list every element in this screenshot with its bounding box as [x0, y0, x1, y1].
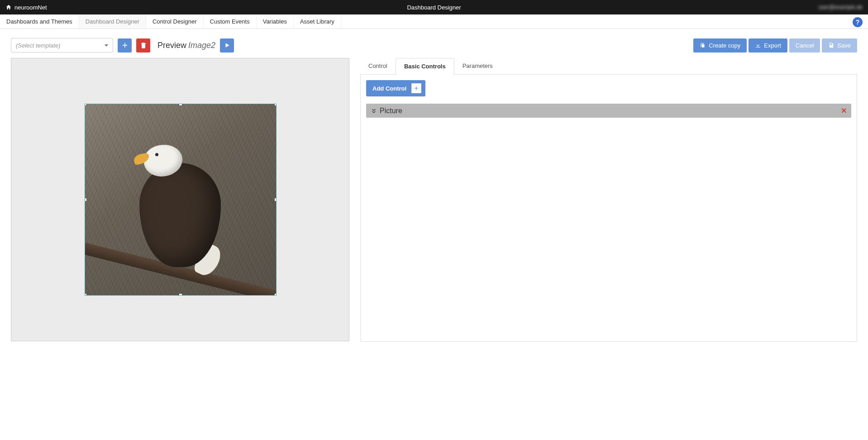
- design-canvas[interactable]: [11, 58, 349, 341]
- cancel-button[interactable]: Cancel: [789, 38, 820, 53]
- navtab-asset-library[interactable]: Asset Library: [294, 14, 341, 29]
- plus-icon: [411, 83, 422, 94]
- workspace: Control Basic Controls Parameters Add Co…: [0, 58, 868, 349]
- expand-icon[interactable]: [371, 108, 377, 114]
- resize-handle-sw[interactable]: [85, 293, 87, 296]
- resize-handle-nw[interactable]: [85, 104, 87, 106]
- download-icon: [755, 42, 761, 48]
- navtab-control-designer[interactable]: Control Designer: [146, 14, 204, 29]
- resize-handle-n[interactable]: [179, 104, 182, 106]
- page-title: Dashboard Designer: [407, 4, 461, 11]
- user-info[interactable]: user@example.de: [818, 4, 863, 10]
- save-button[interactable]: Save: [822, 38, 857, 53]
- copy-icon: [700, 42, 706, 48]
- toolbar: (Select template) Preview Image2 Create …: [0, 29, 868, 58]
- inspector-tabs: Control Basic Controls Parameters: [360, 58, 857, 75]
- nav-tabs: Dashboards and Themes Dashboard Designer…: [0, 14, 868, 29]
- play-preview-button[interactable]: [220, 38, 234, 53]
- export-button[interactable]: Export: [749, 38, 787, 53]
- remove-control-button[interactable]: ✕: [841, 106, 847, 115]
- control-row-label: Picture: [380, 107, 402, 115]
- inspector-tab-control[interactable]: Control: [360, 58, 396, 74]
- navtab-custom-events[interactable]: Custom Events: [204, 14, 257, 29]
- template-select-placeholder: (Select template): [16, 42, 60, 49]
- create-copy-button[interactable]: Create copy: [693, 38, 747, 53]
- image-eagle-eye: [155, 153, 158, 156]
- topbar: neuroomNet Dashboard Designer user@examp…: [0, 0, 868, 14]
- inspector-tab-basic-controls[interactable]: Basic Controls: [396, 58, 454, 75]
- chevron-down-icon: [105, 44, 108, 47]
- home-icon[interactable]: [5, 4, 12, 10]
- canvas-image-selected[interactable]: [85, 104, 277, 296]
- delete-button[interactable]: [136, 38, 150, 53]
- brand-name[interactable]: neuroomNet: [14, 4, 47, 11]
- template-select[interactable]: (Select template): [11, 38, 113, 53]
- help-icon[interactable]: ?: [853, 17, 863, 27]
- navtab-dashboard-designer[interactable]: Dashboard Designer: [79, 14, 146, 29]
- preview-label: Preview Image2: [157, 41, 215, 50]
- inspector-panel: Control Basic Controls Parameters Add Co…: [360, 58, 857, 342]
- inspector-body: Add Control Picture ✕: [360, 75, 857, 342]
- resize-handle-e[interactable]: [274, 198, 277, 201]
- inspector-tab-parameters[interactable]: Parameters: [454, 58, 501, 74]
- add-button[interactable]: [118, 38, 132, 53]
- preview-item-name: Image2: [188, 41, 215, 50]
- navtab-variables[interactable]: Variables: [257, 14, 294, 29]
- resize-handle-w[interactable]: [85, 198, 87, 201]
- resize-handle-se[interactable]: [274, 293, 277, 296]
- resize-handle-ne[interactable]: [274, 104, 277, 106]
- control-row-picture[interactable]: Picture ✕: [366, 104, 851, 118]
- navtab-dashboards-themes[interactable]: Dashboards and Themes: [0, 14, 79, 29]
- resize-handle-s[interactable]: [179, 293, 182, 296]
- add-control-button[interactable]: Add Control: [366, 80, 425, 96]
- save-icon: [828, 42, 835, 48]
